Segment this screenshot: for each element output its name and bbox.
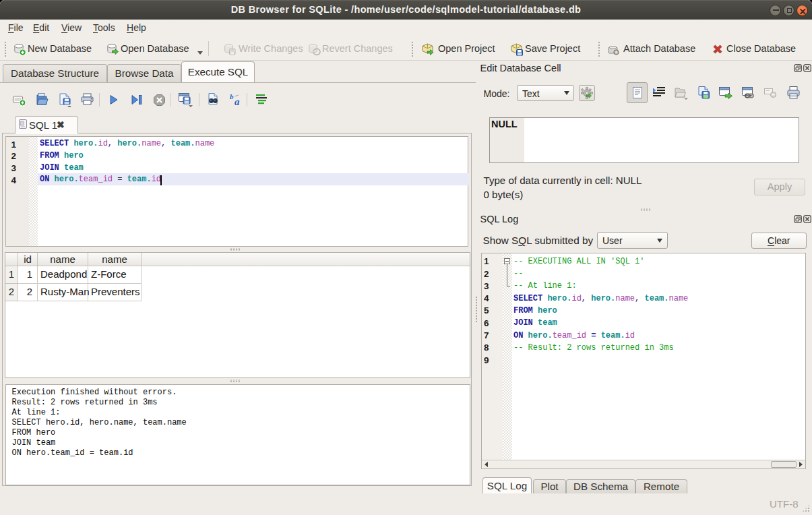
svg-text:b: b: [230, 92, 234, 100]
svg-text:a: a: [235, 96, 240, 107]
